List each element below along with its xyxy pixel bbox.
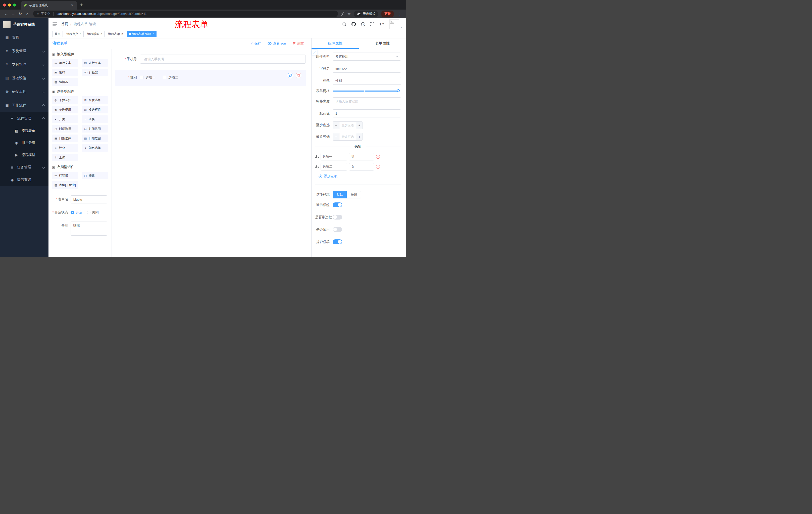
plus-icon[interactable]: +: [356, 133, 362, 140]
checkbox-option-1[interactable]: 选项一: [140, 75, 156, 80]
selected-widget-gender[interactable]: 性别 选项一 选项二: [115, 70, 306, 86]
palette-item-password[interactable]: ▣密码: [52, 69, 78, 76]
tab-close-icon[interactable]: ×: [70, 3, 74, 7]
sidebar-item-workflow[interactable]: ▣ 工作流程: [0, 99, 49, 112]
sidebar-item-home[interactable]: ▦ 首页: [0, 31, 49, 44]
show-label-toggle[interactable]: [332, 202, 342, 207]
palette-item-date-picker[interactable]: ▦日期选择: [52, 135, 78, 142]
style-default-button[interactable]: 默认: [332, 191, 347, 198]
required-toggle[interactable]: [332, 239, 342, 244]
sidebar-item-process-form[interactable]: ▤ 流程表单: [0, 125, 49, 137]
sidebar-item-leave-query[interactable]: ◉ 请假查询: [0, 173, 49, 186]
sidebar-item-devtools[interactable]: ⚒ 研发工具: [0, 85, 49, 99]
github-icon[interactable]: [351, 22, 356, 26]
maximize-window-button[interactable]: [13, 3, 16, 6]
checkbox-option-2[interactable]: 选项二: [163, 75, 179, 80]
palette-item-row-container[interactable]: ▭行容器: [52, 172, 78, 179]
option-value-input[interactable]: [349, 163, 374, 170]
add-option-button[interactable]: 添加选项: [319, 174, 401, 179]
save-button[interactable]: ✓ 保存: [250, 41, 261, 46]
palette-item-switch[interactable]: ◐开关: [52, 115, 78, 123]
palette-item-date-range[interactable]: ▧日期范围: [82, 135, 108, 142]
sidebar-item-payment[interactable]: ¥ 支付管理: [0, 58, 49, 72]
radio-disable[interactable]: 关闭: [87, 210, 99, 215]
palette-item-color-picker[interactable]: ◑颜色选择: [82, 144, 108, 152]
new-tab-button[interactable]: +: [77, 2, 83, 9]
form-name-input[interactable]: [70, 195, 107, 204]
component-type-select[interactable]: 多选框组: [332, 53, 401, 61]
link-badge[interactable]: [312, 50, 317, 55]
sidebar-item-process-manage[interactable]: ≡ 流程管理: [0, 112, 49, 125]
option-value-input[interactable]: [349, 153, 374, 160]
form-grid-slider[interactable]: [332, 90, 398, 91]
palette-item-textarea[interactable]: ▤多行文本: [82, 59, 108, 66]
tab-form-props[interactable]: 表单属性: [359, 38, 406, 49]
home-button[interactable]: ⌂: [24, 12, 31, 16]
option-label-input[interactable]: [321, 153, 347, 160]
tag-process-form[interactable]: 流程表单 ×: [106, 31, 125, 37]
fullscreen-icon[interactable]: [370, 22, 374, 26]
browser-menu-icon[interactable]: ⋮: [397, 11, 403, 16]
drag-handle-icon[interactable]: [315, 155, 319, 158]
remove-option-button[interactable]: [376, 165, 380, 169]
tag-close-icon[interactable]: ×: [80, 32, 81, 36]
palette-item-rate[interactable]: ☆评分: [52, 144, 78, 152]
sidebar-item-task-manage[interactable]: ⊟ 任务管理: [0, 161, 49, 173]
tag-process-definition[interactable]: 流程定义 ×: [64, 31, 84, 37]
palette-item-time-range[interactable]: ◶时间范围: [82, 125, 108, 133]
minus-icon[interactable]: −: [333, 133, 340, 140]
back-button[interactable]: ←: [3, 12, 9, 16]
default-value-input[interactable]: [332, 109, 401, 117]
option-label-input[interactable]: [321, 163, 347, 170]
palette-item-radio-group[interactable]: ◉单选框组: [52, 106, 78, 113]
font-size-icon[interactable]: TT: [379, 22, 384, 26]
palette-item-slider[interactable]: ↔滑块: [82, 115, 108, 123]
palette-item-checkbox-group[interactable]: ☑多选框组: [82, 106, 108, 113]
close-window-button[interactable]: [3, 3, 6, 6]
drag-handle-icon[interactable]: [315, 165, 319, 168]
sidebar-item-process-model[interactable]: ▶ 流程模型: [0, 149, 49, 161]
delete-widget-button[interactable]: [296, 73, 301, 78]
sidebar-item-infra[interactable]: ▤ 基础设施: [0, 72, 49, 85]
sidebar-item-user-group[interactable]: ◉ 用户分组: [0, 137, 49, 149]
palette-item-time-picker[interactable]: ◷时间选择: [52, 125, 78, 133]
disabled-toggle[interactable]: [332, 227, 342, 232]
hamburger-icon[interactable]: [49, 22, 61, 26]
update-browser-button[interactable]: 更新: [381, 10, 394, 17]
palette-item-editor[interactable]: ▦编辑器: [52, 78, 78, 86]
plus-icon[interactable]: +: [356, 122, 362, 129]
min-select-value[interactable]: 至少应选: [340, 122, 356, 129]
minus-icon[interactable]: −: [333, 122, 340, 129]
palette-item-table[interactable]: ▦表格[开发中]: [52, 181, 78, 189]
palette-item-counter[interactable]: 123计数器: [82, 69, 108, 76]
field-name-input[interactable]: [332, 64, 401, 73]
bookmark-star-icon[interactable]: ☆: [347, 11, 351, 16]
tag-close-icon[interactable]: ×: [121, 32, 123, 36]
view-json-button[interactable]: 查看json: [267, 41, 286, 46]
border-toggle[interactable]: [332, 215, 342, 219]
max-select-value[interactable]: 最多可选: [340, 133, 356, 140]
phone-input[interactable]: [140, 55, 306, 64]
breadcrumb-home[interactable]: 首页: [61, 22, 68, 26]
style-button-button[interactable]: 按钮: [347, 191, 361, 198]
palette-item-cascader[interactable]: ⊞级联选择: [82, 96, 108, 104]
palette-item-upload[interactable]: ⇧上传: [52, 154, 78, 161]
palette-item-single-text[interactable]: ▭单行文本: [52, 59, 78, 66]
clear-button[interactable]: 清空: [292, 41, 304, 46]
radio-enable[interactable]: 开启: [70, 210, 82, 215]
tag-close-icon[interactable]: ×: [152, 32, 154, 36]
address-bar[interactable]: ⚠ 不安全 dashboard.yudao.iocoder.cn/bpm/man…: [33, 10, 338, 17]
remove-option-button[interactable]: [376, 155, 380, 159]
tab-component-props[interactable]: 组件属性: [312, 38, 359, 49]
tag-close-icon[interactable]: ×: [100, 32, 102, 36]
password-key-icon[interactable]: [341, 12, 344, 16]
title-input[interactable]: [332, 77, 401, 85]
palette-item-button[interactable]: ▢按钮: [82, 172, 108, 179]
label-width-input[interactable]: [332, 97, 401, 105]
browser-tab[interactable]: 芋道管理系统 ×: [21, 1, 77, 9]
copy-widget-button[interactable]: [288, 73, 293, 78]
minimize-window-button[interactable]: [8, 3, 11, 6]
sidebar-item-system[interactable]: ⚙ 系统管理: [0, 44, 49, 58]
tag-process-model[interactable]: 流程模型 ×: [85, 31, 105, 37]
search-icon[interactable]: [342, 22, 346, 26]
